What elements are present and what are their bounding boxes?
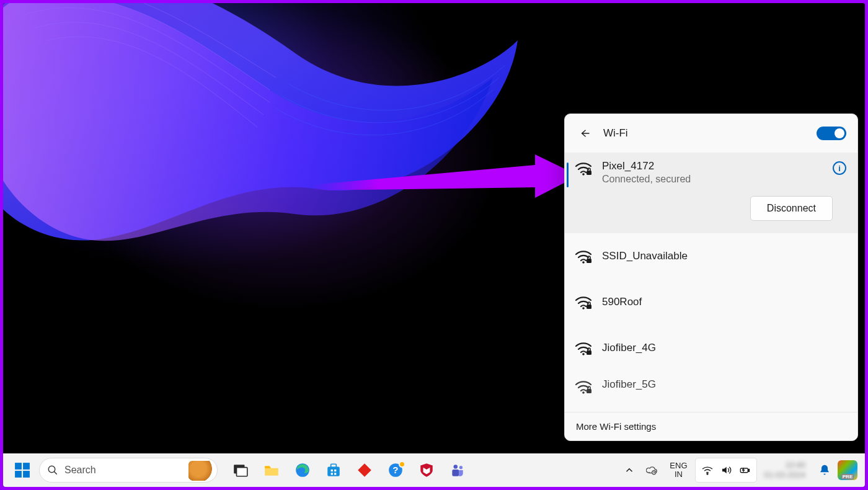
network-name: 590Roof bbox=[602, 296, 846, 308]
wifi-secured-icon bbox=[575, 341, 592, 356]
svg-rect-2 bbox=[587, 171, 591, 175]
copilot-preview-button[interactable]: PRE bbox=[838, 460, 857, 480]
preview-badge: PRE bbox=[841, 474, 854, 479]
file-explorer-button[interactable] bbox=[257, 458, 286, 483]
notifications-button[interactable] bbox=[813, 458, 836, 483]
wifi-secured-icon bbox=[575, 249, 592, 264]
more-wifi-settings-link[interactable]: More Wi-Fi settings bbox=[565, 412, 857, 440]
network-properties-button[interactable]: i bbox=[833, 161, 846, 175]
svg-rect-17 bbox=[237, 468, 247, 476]
wifi-network-item[interactable]: SSID_Unavailable bbox=[565, 233, 857, 279]
network-name: Pixel_4172 bbox=[602, 160, 833, 172]
get-help-button[interactable]: ? bbox=[381, 458, 410, 483]
windows-logo-icon bbox=[14, 462, 30, 478]
wifi-secured-icon bbox=[575, 161, 592, 176]
svg-point-7 bbox=[582, 353, 585, 355]
clock-date: 01-03-2024 bbox=[764, 470, 806, 480]
svg-point-9 bbox=[582, 391, 585, 394]
chevron-up-icon bbox=[624, 465, 635, 476]
svg-point-27 bbox=[454, 465, 458, 469]
back-button[interactable] bbox=[575, 123, 595, 143]
annotation-arrow bbox=[312, 154, 578, 204]
onedrive-tray-button[interactable] bbox=[641, 458, 662, 483]
search-placeholder: Search bbox=[64, 465, 96, 476]
network-name: SSID_Unavailable bbox=[602, 250, 846, 262]
svg-point-15 bbox=[48, 466, 55, 473]
svg-rect-8 bbox=[587, 350, 591, 355]
wifi-secured-icon bbox=[575, 380, 592, 394]
taskbar-pinned-apps: ? bbox=[226, 458, 472, 483]
wifi-network-item[interactable]: Jiofiber_5G bbox=[565, 371, 857, 402]
svg-rect-11 bbox=[15, 463, 22, 470]
edge-button[interactable] bbox=[288, 458, 317, 483]
svg-rect-19 bbox=[327, 467, 340, 476]
taskbar-system-tray: ENG IN 10:40 01-03-2024 PRE bbox=[619, 458, 857, 483]
cloud-sync-icon bbox=[646, 465, 657, 476]
quick-settings-button[interactable] bbox=[695, 458, 757, 483]
wifi-network-item[interactable]: 590Roof bbox=[565, 279, 857, 325]
language-code: ENG bbox=[670, 461, 687, 470]
wifi-toggle[interactable] bbox=[817, 127, 846, 140]
language-region: IN bbox=[675, 470, 683, 479]
wallpaper-ribbon bbox=[3, 3, 530, 276]
microsoft-store-button[interactable] bbox=[319, 458, 348, 483]
info-icon: i bbox=[838, 164, 841, 173]
edge-icon bbox=[294, 462, 311, 478]
folder-icon bbox=[264, 462, 280, 478]
start-button[interactable] bbox=[8, 458, 37, 483]
svg-point-1 bbox=[582, 173, 585, 176]
svg-rect-10 bbox=[587, 389, 591, 393]
arrow-left-icon bbox=[579, 128, 590, 139]
svg-point-31 bbox=[707, 473, 708, 474]
svg-point-5 bbox=[582, 307, 585, 310]
taskbar: Search ? bbox=[3, 453, 865, 487]
diamond-icon bbox=[356, 462, 373, 478]
disconnect-button[interactable]: Disconnect bbox=[750, 196, 833, 221]
wifi-network-connected[interactable]: Pixel_4172 Connected, secured Disconnect… bbox=[565, 153, 857, 233]
svg-point-28 bbox=[459, 466, 463, 469]
network-name: Jiofiber_4G bbox=[602, 342, 846, 354]
taskbar-search[interactable]: Search bbox=[39, 458, 218, 483]
task-view-button[interactable] bbox=[226, 458, 255, 483]
bell-icon bbox=[818, 464, 831, 476]
store-icon bbox=[326, 462, 342, 478]
app-button-red[interactable] bbox=[350, 458, 379, 483]
svg-rect-13 bbox=[15, 471, 22, 478]
wifi-secured-icon bbox=[575, 295, 592, 310]
svg-marker-0 bbox=[312, 154, 578, 198]
wifi-panel-title: Wi-Fi bbox=[603, 127, 628, 140]
network-name: Jiofiber_5G bbox=[602, 378, 846, 391]
teams-button[interactable] bbox=[443, 458, 472, 483]
wifi-panel-header: Wi-Fi bbox=[565, 114, 857, 153]
tray-overflow-button[interactable] bbox=[619, 458, 640, 483]
svg-rect-6 bbox=[587, 305, 591, 309]
svg-point-3 bbox=[582, 261, 585, 264]
taskbar-clock[interactable]: 10:40 01-03-2024 bbox=[758, 458, 812, 483]
teams-icon bbox=[450, 462, 466, 478]
svg-rect-22 bbox=[334, 470, 336, 471]
search-highlight-icon bbox=[188, 461, 213, 481]
wifi-network-list[interactable]: Pixel_4172 Connected, secured Disconnect… bbox=[565, 153, 857, 412]
svg-text:?: ? bbox=[392, 465, 398, 475]
task-view-icon bbox=[232, 462, 249, 478]
svg-rect-20 bbox=[331, 464, 337, 467]
svg-rect-12 bbox=[23, 463, 30, 470]
clock-time: 10:40 bbox=[785, 460, 805, 470]
network-status: Connected, secured bbox=[602, 174, 833, 185]
svg-rect-29 bbox=[452, 470, 459, 476]
mcafee-button[interactable] bbox=[412, 458, 441, 483]
search-icon bbox=[47, 465, 58, 476]
svg-rect-23 bbox=[331, 473, 333, 474]
svg-rect-21 bbox=[331, 470, 333, 471]
wifi-network-item[interactable]: Jiofiber_4G bbox=[565, 325, 857, 371]
language-indicator[interactable]: ENG IN bbox=[663, 458, 693, 483]
svg-rect-4 bbox=[587, 259, 591, 263]
svg-rect-24 bbox=[334, 473, 336, 474]
wifi-icon bbox=[702, 465, 713, 476]
wifi-flyout-panel: Wi-Fi Pixel_4172 Connected, bbox=[564, 114, 858, 441]
svg-rect-33 bbox=[748, 470, 750, 472]
svg-rect-14 bbox=[23, 471, 30, 478]
volume-icon bbox=[720, 465, 732, 476]
mcafee-shield-icon bbox=[418, 462, 435, 478]
battery-icon bbox=[739, 465, 750, 476]
